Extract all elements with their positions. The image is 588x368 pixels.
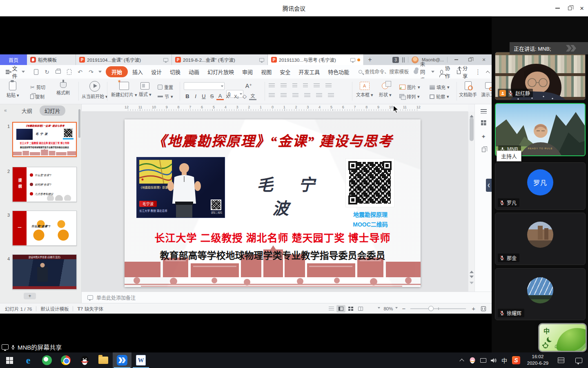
minimize-button[interactable] (551, 0, 564, 16)
expand-pane-handle[interactable]: ❮ (486, 179, 492, 192)
effects-icon[interactable]: ✦ (480, 133, 487, 140)
window-count-badge[interactable]: 3 (392, 57, 399, 63)
ribbon-tab-devtools[interactable]: 开发工具 (295, 66, 323, 77)
play-from-current-button[interactable]: 从当前开始 ▾ (82, 81, 108, 99)
taskbar-word-open[interactable]: W (131, 352, 150, 368)
taskbar-360-browser[interactable] (38, 352, 56, 368)
video-tile-najin[interactable]: 那金 (495, 213, 586, 265)
numbered-list-icon[interactable] (281, 83, 287, 88)
taskbar-explorer[interactable] (94, 352, 113, 368)
paste-button[interactable]: 粘贴 ▾ (7, 81, 19, 98)
underline-button[interactable]: U (200, 93, 207, 99)
slide-thumbnail-4[interactable]: 建设中国大学金课 (高教司 吴岩) (12, 254, 77, 289)
view-normal-button[interactable] (336, 305, 345, 312)
ribbon-tab-transition[interactable]: 切换 (166, 66, 184, 77)
tray-qq[interactable] (467, 352, 478, 368)
text-direction-icon[interactable] (314, 83, 320, 88)
textbox-button[interactable]: A 文本框 ▾ (356, 82, 373, 98)
properties-icon[interactable] (480, 108, 487, 115)
copy-button[interactable]: 复制 (30, 93, 45, 100)
video-tile-luofan[interactable]: 罗凡 罗凡 (495, 162, 586, 210)
increase-indent-icon[interactable] (303, 83, 308, 88)
ribbon-tab-design[interactable]: 设计 (147, 66, 165, 77)
clipboard-pane-icon[interactable] (480, 146, 487, 153)
ribbon-tab-animation[interactable]: 动画 (185, 66, 203, 77)
ime-widget[interactable]: 中 (538, 323, 587, 352)
taskbar-tencent-meeting-active[interactable] (113, 352, 131, 368)
view-reading-button[interactable] (356, 305, 365, 312)
fit-screen-button[interactable] (481, 306, 486, 311)
new-slide-button[interactable]: 新建幻灯片 ▾ (111, 82, 137, 98)
scrollbar-thumb[interactable] (470, 117, 474, 141)
italic-button[interactable]: I (192, 93, 199, 99)
format-painter-button[interactable]: 格式刷 (56, 82, 70, 96)
tray-ime-indicator[interactable]: 中 (499, 352, 510, 368)
redo-button[interactable]: ↷ (87, 68, 95, 76)
print-button[interactable] (54, 68, 62, 76)
undo-button[interactable]: ↶ (76, 68, 84, 76)
taskbar-edge[interactable]: e (19, 352, 38, 368)
action-center-button[interactable] (569, 352, 588, 368)
ribbon-tab-slideshow[interactable]: 幻灯片放映 (204, 66, 238, 77)
ribbon-tab-view[interactable]: 视图 (257, 66, 275, 77)
zoom-value[interactable]: 80% (383, 306, 393, 311)
taskbar-chrome[interactable] (56, 352, 75, 368)
editor-scrollbar[interactable] (468, 112, 474, 292)
save-button[interactable] (32, 68, 40, 76)
ribbon-tab-review[interactable]: 审阅 (238, 66, 256, 77)
slide-thumbnail-3[interactable]: 一 什么是“金课”? (12, 211, 77, 246)
align-left-icon[interactable] (269, 93, 275, 98)
file-menu-button[interactable]: 文件 (0, 64, 29, 80)
distribute-icon[interactable] (316, 93, 322, 98)
new-tab-button[interactable]: + (364, 54, 376, 65)
zoom-out-button[interactable]: − (402, 305, 405, 312)
tray-sogou[interactable]: S (510, 352, 523, 368)
ribbon-tab-features[interactable]: 特色功能 (324, 66, 353, 77)
search-input[interactable] (365, 69, 414, 75)
video-tile-zhaohongjing[interactable]: 赵红静 (495, 52, 586, 100)
close-button[interactable]: × (576, 0, 588, 16)
fill-button[interactable]: 填充 ▾ (430, 84, 450, 90)
bold-button[interactable]: B (184, 93, 191, 99)
align-center-icon[interactable] (281, 93, 287, 98)
collapse-ribbon-button[interactable] (486, 71, 490, 75)
doc-assistant-button[interactable]: 文档助手 (459, 81, 477, 98)
history-button[interactable]: ↻ (43, 68, 51, 76)
tab-doc-1[interactable]: P 20191104...金课” (毛宁波) (76, 54, 172, 65)
zoom-slider[interactable] (410, 308, 466, 309)
arrange-button[interactable]: 排列 ▾ (399, 93, 420, 100)
taskbar-qq[interactable] (75, 352, 94, 368)
superscript-button[interactable]: X² (225, 94, 232, 99)
more-options-button[interactable]: ⋮ (475, 68, 481, 76)
tab-doc-2[interactable]: P 2019-8-2...金课” (毛宁波) (172, 54, 268, 65)
preview-button[interactable] (65, 68, 73, 76)
font-color-button[interactable]: A (216, 93, 224, 100)
start-button[interactable] (0, 352, 19, 368)
next-slide-button[interactable] (470, 276, 474, 280)
bullet-list-icon[interactable] (269, 83, 275, 88)
outline-button[interactable]: 轮廓 ▾ (430, 93, 449, 100)
share-button[interactable]: 分享 (457, 64, 469, 80)
template-name[interactable]: 默认设计模板 (40, 305, 69, 312)
scroll-up-icon[interactable] (470, 113, 474, 117)
scroll-down-icon[interactable] (470, 282, 474, 286)
add-slide-button[interactable]: + (24, 293, 36, 299)
subscript-button[interactable]: X₂ (233, 94, 240, 99)
video-tile-xuyaohui[interactable]: 徐耀辉 (495, 268, 586, 320)
font-name-combo[interactable] (184, 82, 225, 90)
slide-thumbnail-2[interactable]: 提纲 什么是“金课”? 如何建“金课”? 几点思考和建议 (12, 167, 77, 202)
tab-home[interactable]: 首页 (0, 54, 27, 65)
decrease-indent-icon[interactable] (292, 83, 297, 88)
tab-doc-3-active[interactable]: P 20191130...与思考 (毛宁波) (268, 54, 364, 65)
tab-docer[interactable]: 稻壳模板 (27, 54, 76, 65)
notes-bar[interactable]: 单击此处添加备注 (82, 292, 492, 303)
ribbon-tab-home[interactable]: 开始 (106, 66, 128, 77)
layout-button[interactable]: 版式 ▾ (139, 82, 151, 97)
line-spacing-icon[interactable] (325, 83, 332, 88)
restore-button[interactable] (564, 0, 576, 16)
gear-icon[interactable] (543, 343, 548, 348)
tray-volume[interactable] (488, 352, 499, 368)
grow-font-button[interactable]: A⁺ (245, 83, 252, 89)
slide-thumbnail-1[interactable]: 《地震勘探原理》“金课” 建设与思考 毛宁波 长江大学 二级教授 湖北名师 楚天… (12, 122, 77, 157)
tray-annotate[interactable] (553, 352, 569, 368)
